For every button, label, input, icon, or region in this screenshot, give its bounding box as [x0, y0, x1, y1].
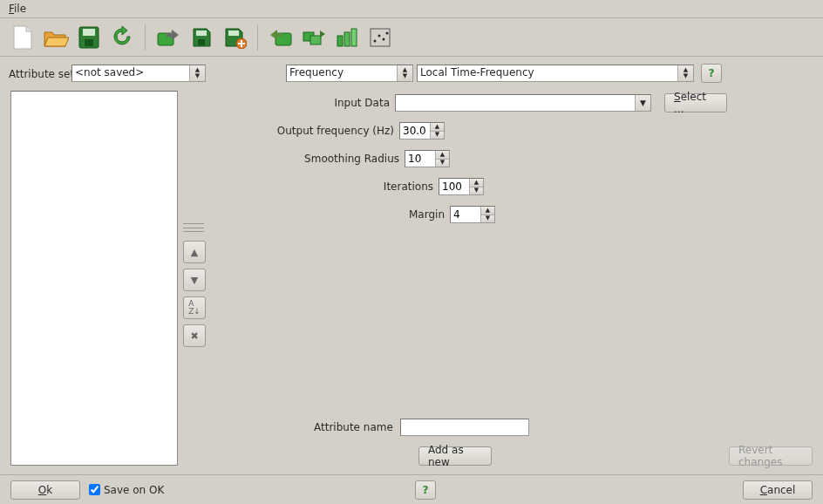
combo-arrows-icon: ▲▼	[677, 65, 693, 81]
toolbar-separator	[257, 24, 258, 51]
save-on-ok-label: Save on OK	[104, 484, 164, 496]
svg-rect-13	[351, 29, 357, 46]
toolbar-separator	[145, 24, 146, 51]
input-data-combo[interactable]: ▼	[395, 94, 651, 112]
svg-rect-5	[198, 39, 205, 45]
chevron-down-icon: ▼	[635, 95, 650, 111]
help-button-bottom[interactable]: ?	[415, 480, 436, 500]
work-area: Attribute set <not saved> ▲▼ Frequency ▲…	[0, 58, 823, 474]
bottom-bar: Ok Save on OK ? Cancel	[0, 474, 823, 504]
new-icon[interactable]	[9, 24, 37, 51]
cancel-button[interactable]: Cancel	[743, 480, 813, 500]
add-as-new-label: Add as new	[428, 444, 482, 468]
save-as-icon[interactable]	[221, 24, 248, 51]
attribute-name-label: Attribute name	[314, 421, 393, 433]
algorithm-combo[interactable]: Local Time-Frequency ▲▼	[417, 65, 694, 82]
svg-rect-6	[228, 31, 239, 36]
spinner-buttons[interactable]: ▲▼	[480, 207, 494, 222]
category-combo[interactable]: Frequency ▲▼	[286, 65, 413, 82]
revert-label: Revert changes	[738, 444, 803, 468]
svg-point-15	[374, 39, 377, 42]
ok-button[interactable]: Ok	[10, 480, 80, 500]
svg-rect-2	[85, 39, 93, 46]
spinner-buttons[interactable]: ▲▼	[469, 179, 483, 194]
move-up-button[interactable]: ▲	[183, 241, 206, 263]
import-icon[interactable]	[267, 24, 295, 51]
svg-point-18	[386, 31, 389, 34]
cycle-icon[interactable]	[108, 24, 136, 51]
category-combo-value: Frequency	[289, 66, 343, 78]
input-data-label: Input Data	[259, 97, 390, 109]
attribute-set-combo[interactable]: <not saved> ▲▼	[71, 65, 206, 82]
add-as-new-button[interactable]: Add as new	[418, 446, 492, 466]
svg-rect-10	[310, 36, 321, 44]
menu-bar: File	[0, 0, 823, 18]
attribute-list[interactable]	[10, 91, 178, 466]
help-button[interactable]: ?	[701, 64, 722, 83]
algorithm-combo-value: Local Time-Frequency	[420, 66, 534, 78]
reorder-grip	[183, 223, 204, 232]
attribute-name-input[interactable]	[400, 419, 529, 436]
save-on-ok-checkbox[interactable]: Save on OK	[89, 484, 164, 496]
remove-button[interactable]: ✖	[183, 324, 206, 347]
spinner-buttons[interactable]: ▲▼	[435, 151, 449, 167]
scripts-icon[interactable]	[333, 24, 361, 51]
combo-arrows-icon: ▲▼	[189, 65, 205, 81]
attribute-set-label: Attribute set	[9, 68, 74, 80]
svg-rect-11	[337, 36, 343, 46]
revert-changes-button[interactable]: Revert changes	[729, 446, 813, 466]
iterations-label: Iterations	[303, 180, 433, 193]
save-icon[interactable]	[187, 24, 215, 51]
combo-arrows-icon: ▲▼	[397, 65, 412, 81]
spinner-buttons[interactable]: ▲▼	[430, 123, 444, 139]
save-all-icon[interactable]	[75, 24, 103, 51]
histogram-icon[interactable]	[366, 24, 394, 51]
svg-rect-14	[371, 29, 390, 46]
margin-label: Margin	[314, 208, 445, 221]
multi-export-icon[interactable]	[300, 24, 328, 51]
open-icon[interactable]	[42, 24, 70, 51]
sort-alpha-button[interactable]: AZ↓	[183, 296, 206, 319]
svg-rect-12	[344, 32, 350, 46]
menu-file[interactable]: File	[5, 0, 30, 18]
smoothing-radius-label: Smoothing Radius	[269, 153, 399, 165]
svg-point-17	[383, 37, 385, 40]
toolbar	[0, 18, 823, 57]
svg-rect-1	[83, 29, 95, 36]
select-button[interactable]: Select ...	[664, 93, 727, 112]
reorder-buttons: ▲ ▼ AZ↓ ✖	[183, 241, 204, 347]
output-frequency-label: Output frequency (Hz)	[263, 125, 394, 137]
save-on-ok-check[interactable]	[89, 484, 100, 495]
move-down-button[interactable]: ▼	[183, 269, 206, 291]
svg-rect-4	[196, 31, 207, 36]
export-icon[interactable]	[154, 24, 182, 51]
attribute-set-combo-value: <not saved>	[75, 66, 144, 78]
svg-point-16	[378, 34, 381, 37]
